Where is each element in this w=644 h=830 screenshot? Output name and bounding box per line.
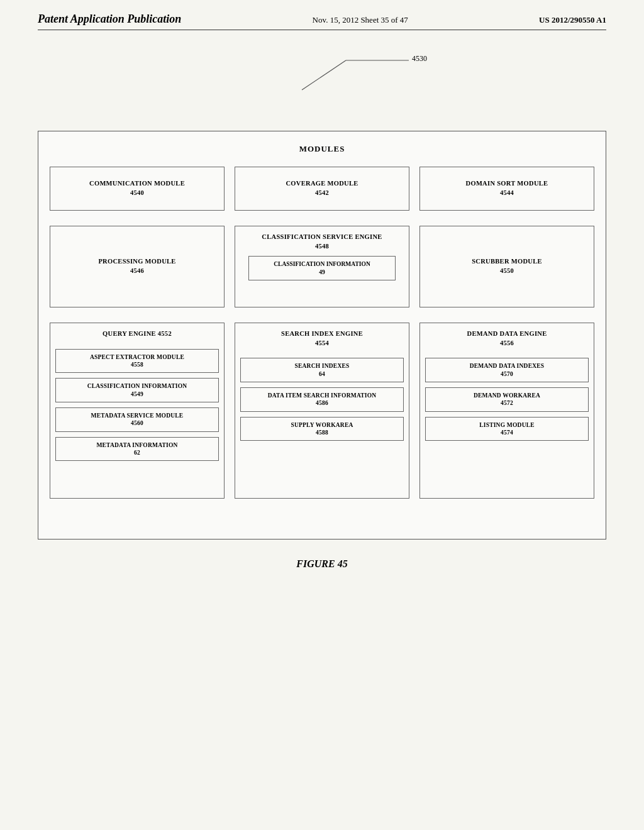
listing-module-box: LISTING MODULE 4574 [425, 417, 589, 441]
data-item-search-label: DATA ITEM SEARCH INFORMATION 4586 [268, 392, 377, 406]
row1: COMMUNICATION MODULE 4540 COVERAGE MODUL… [50, 167, 594, 211]
classification-service-title: CLASSIFICATION SERVICE ENGINE 4548 [262, 233, 382, 251]
search-index-box: SEARCH INDEX ENGINE 4554 SEARCH INDEXES … [235, 323, 409, 499]
page: Patent Application Publication Nov. 15, … [0, 0, 644, 830]
classification-info-4549-box: CLASSIFICATION INFORMATION 4549 [55, 378, 219, 402]
svg-line-1 [302, 60, 346, 90]
demand-data-title: DEMAND DATA ENGINE 4556 [467, 329, 547, 348]
domain-sort-module-label: DOMAIN SORT MODULE 4544 [466, 179, 548, 197]
row3: QUERY ENGINE 4552 ASPECT EXTRACTOR MODUL… [50, 323, 594, 499]
row2: PROCESSING MODULE 4546 CLASSIFICATION SE… [50, 226, 594, 307]
demand-workarea-label: DEMAND WORKAREA 4572 [474, 392, 540, 406]
ref-4530: 4530 [412, 54, 427, 64]
query-engine-box: QUERY ENGINE 4552 ASPECT EXTRACTOR MODUL… [50, 323, 225, 499]
classification-service-box: CLASSIFICATION SERVICE ENGINE 4548 CLASS… [235, 226, 409, 307]
scrubber-module-label: SCRUBBER MODULE 4550 [472, 257, 542, 275]
domain-sort-module-box: DOMAIN SORT MODULE 4544 [419, 167, 594, 211]
metadata-info-label: METADATA INFORMATION 62 [96, 442, 177, 456]
metadata-info-box: METADATA INFORMATION 62 [55, 437, 219, 462]
header: Patent Application Publication Nov. 15, … [38, 13, 606, 30]
demand-data-indexes-label: DEMAND DATA INDEXES 4570 [470, 363, 545, 377]
scrubber-module-box: SCRUBBER MODULE 4550 [419, 226, 594, 307]
listing-module-label: LISTING MODULE 4574 [479, 422, 535, 436]
connector-svg [38, 49, 606, 93]
header-right: US 2012/290550 A1 [539, 15, 606, 25]
processing-module-label: PROCESSING MODULE 4546 [98, 257, 175, 275]
metadata-service-label: METADATA SERVICE MODULE 4560 [91, 412, 184, 426]
classification-info-label: CLASSIFICATION INFORMATION 49 [274, 261, 370, 275]
metadata-service-box: METADATA SERVICE MODULE 4560 [55, 407, 219, 432]
communication-module-label: COMMUNICATION MODULE 4540 [89, 179, 185, 197]
figure-label: FIGURE 45 [38, 558, 606, 570]
supply-workarea-box: SUPPLY WORKAREA 4588 [240, 417, 404, 441]
aspect-extractor-box: ASPECT EXTRACTOR MODULE 4558 [55, 349, 219, 374]
query-engine-title: QUERY ENGINE 4552 [103, 329, 172, 339]
diagram-area: 4530 MODULES COMMUNICATION MODULE 4540 C… [38, 49, 606, 570]
classification-info-4549-label: CLASSIFICATION INFORMATION 4549 [87, 383, 187, 397]
header-center: Nov. 15, 2012 Sheet 35 of 47 [313, 15, 408, 25]
aspect-extractor-label: ASPECT EXTRACTOR MODULE 4558 [90, 354, 184, 368]
modules-label: MODULES [50, 144, 594, 154]
coverage-module-box: COVERAGE MODULE 4542 [235, 167, 409, 211]
demand-workarea-box: DEMAND WORKAREA 4572 [425, 387, 589, 412]
connector-area: 4530 [38, 49, 606, 93]
header-left: Patent Application Publication [38, 13, 181, 26]
outer-box: MODULES COMMUNICATION MODULE 4540 COVERA… [38, 131, 606, 540]
demand-data-indexes-box: DEMAND DATA INDEXES 4570 [425, 358, 589, 382]
demand-data-box: DEMAND DATA ENGINE 4556 DEMAND DATA INDE… [419, 323, 594, 499]
processing-module-box: PROCESSING MODULE 4546 [50, 226, 225, 307]
search-index-title: SEARCH INDEX ENGINE 4554 [281, 329, 363, 348]
supply-workarea-label: SUPPLY WORKAREA 4588 [291, 422, 353, 436]
data-item-search-box: DATA ITEM SEARCH INFORMATION 4586 [240, 387, 404, 412]
coverage-module-label: COVERAGE MODULE 4542 [286, 179, 358, 197]
classification-info-inner: CLASSIFICATION INFORMATION 49 [248, 256, 396, 280]
search-indexes-box: SEARCH INDEXES 64 [240, 358, 404, 382]
search-indexes-label: SEARCH INDEXES 64 [294, 363, 349, 377]
communication-module-box: COMMUNICATION MODULE 4540 [50, 167, 225, 211]
